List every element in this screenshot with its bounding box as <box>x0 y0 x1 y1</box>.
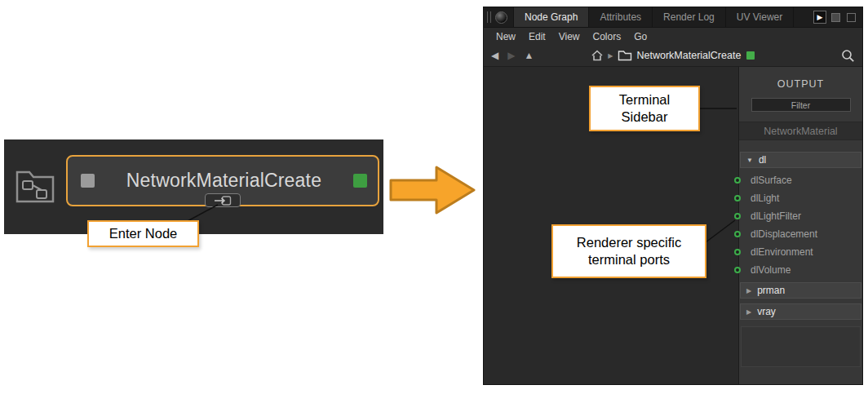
section-label: vray <box>757 306 776 317</box>
sidebar-empty-area <box>741 326 861 367</box>
enter-node-button[interactable] <box>205 193 241 207</box>
callout-text-line2: Sidebar <box>622 108 668 126</box>
sidebar-title: OUTPUT <box>739 78 862 90</box>
pane-maximize-icon[interactable] <box>831 13 840 22</box>
menu-new[interactable]: New <box>489 31 522 42</box>
port-row-dlenvironment[interactable]: dlEnvironment <box>739 243 862 261</box>
port-row-dlsurface[interactable]: dlSurface <box>739 171 862 189</box>
port-circle-icon[interactable] <box>734 177 741 184</box>
node-output-terminal[interactable] <box>353 174 367 188</box>
up-button[interactable]: ▲ <box>524 50 534 61</box>
port-row-dllight[interactable]: dlLight <box>739 189 862 207</box>
page: NetworkMaterialCreate Node Graph Attribu… <box>0 0 868 394</box>
callout-text-line1: Renderer specific <box>577 234 681 251</box>
pane-menu-icon[interactable] <box>495 11 507 24</box>
tab-render-log[interactable]: Render Log <box>653 7 726 27</box>
port-label: dlSurface <box>751 175 792 186</box>
enter-node-callout: Enter Node <box>87 220 199 247</box>
renderer-ports-callout: Renderer specific terminal ports <box>551 224 706 278</box>
port-row-dldisplacement[interactable]: dlDisplacement <box>739 225 862 243</box>
enter-node-icon <box>214 196 232 206</box>
port-row-dllightfilter[interactable]: dlLightFilter <box>739 207 862 225</box>
terminal-sidebar: OUTPUT Filter NetworkMaterial ▼ dl dlSur… <box>738 67 862 384</box>
tab-label: UV Viewer <box>737 11 782 23</box>
port-circle-icon[interactable] <box>734 213 741 219</box>
node-state-badge <box>746 51 755 60</box>
pane-grip-icon[interactable] <box>487 11 491 23</box>
menu-colors[interactable]: Colors <box>587 31 628 42</box>
nav-bar: ◀ ▶ ▲ ▶ NetworkMaterialCreate <box>484 45 862 67</box>
back-button[interactable]: ◀ <box>491 50 498 61</box>
transition-arrow <box>389 165 477 215</box>
tab-uv-viewer[interactable]: UV Viewer <box>726 7 794 27</box>
forward-button[interactable]: ▶ <box>507 50 515 61</box>
port-label: dlLightFilter <box>751 210 801 222</box>
menu-bar: New Edit View Colors Go <box>484 28 862 45</box>
port-circle-icon[interactable] <box>734 267 741 273</box>
tab-scroll-right-icon[interactable]: ▶ <box>813 11 826 24</box>
tab-bar: Node Graph Attributes Render Log UV View… <box>484 7 862 28</box>
section-header-prman[interactable]: ▶ prman <box>740 282 861 299</box>
callout-text: Enter Node <box>109 225 177 242</box>
filter-button[interactable]: Filter <box>751 98 851 112</box>
port-circle-icon[interactable] <box>734 231 741 237</box>
port-circle-icon[interactable] <box>734 195 741 201</box>
tab-node-graph[interactable]: Node Graph <box>513 7 589 27</box>
material-name-label: NetworkMaterial <box>739 122 862 140</box>
port-label: dlEnvironment <box>751 246 813 258</box>
chevron-right-icon: ▶ <box>746 287 751 294</box>
home-button-icon[interactable] <box>591 50 604 61</box>
terminal-sidebar-callout: Terminal Sidebar <box>589 86 700 131</box>
node-graph-panel: Node Graph Attributes Render Log UV View… <box>483 7 863 385</box>
menu-view[interactable]: View <box>552 31 587 42</box>
chevron-down-icon: ▼ <box>746 157 753 164</box>
port-row-dlvolume[interactable]: dlVolume <box>739 261 862 279</box>
dl-port-list: dlSurface dlLight dlLightFilter dlDispla… <box>739 168 862 279</box>
tab-label: Attributes <box>600 11 641 23</box>
breadcrumb-node-name[interactable]: NetworkMaterialCreate <box>637 50 742 61</box>
port-label: dlLight <box>751 193 779 204</box>
port-label: dlDisplacement <box>751 228 817 240</box>
callout-text-line2: terminal ports <box>588 251 670 268</box>
callout-text-line1: Terminal <box>619 91 670 108</box>
folder-icon <box>618 50 632 61</box>
search-icon[interactable] <box>841 49 855 63</box>
node-title: NetworkMaterialCreate <box>95 170 353 192</box>
section-label: prman <box>757 285 785 296</box>
chevron-right-icon: ▶ <box>746 308 751 316</box>
tab-label: Render Log <box>663 11 715 23</box>
port-label: dlVolume <box>751 264 790 276</box>
menu-edit[interactable]: Edit <box>522 31 552 42</box>
section-header-vray[interactable]: ▶ vray <box>740 303 861 320</box>
group-node-icon <box>11 159 60 208</box>
tab-attributes[interactable]: Attributes <box>589 7 653 27</box>
node-input-terminal[interactable] <box>81 174 95 188</box>
networkmaterialcreate-node[interactable]: NetworkMaterialCreate <box>66 155 379 206</box>
pane-close-icon[interactable] <box>847 13 856 22</box>
tab-scroll-glyph: ▶ <box>817 13 823 21</box>
breadcrumb-separator-icon: ▶ <box>608 52 613 60</box>
menu-go[interactable]: Go <box>627 31 653 42</box>
section-label: dl <box>759 154 766 166</box>
section-header-dl[interactable]: ▼ dl <box>740 152 861 168</box>
port-circle-icon[interactable] <box>734 249 741 255</box>
tab-label: Node Graph <box>525 11 578 23</box>
